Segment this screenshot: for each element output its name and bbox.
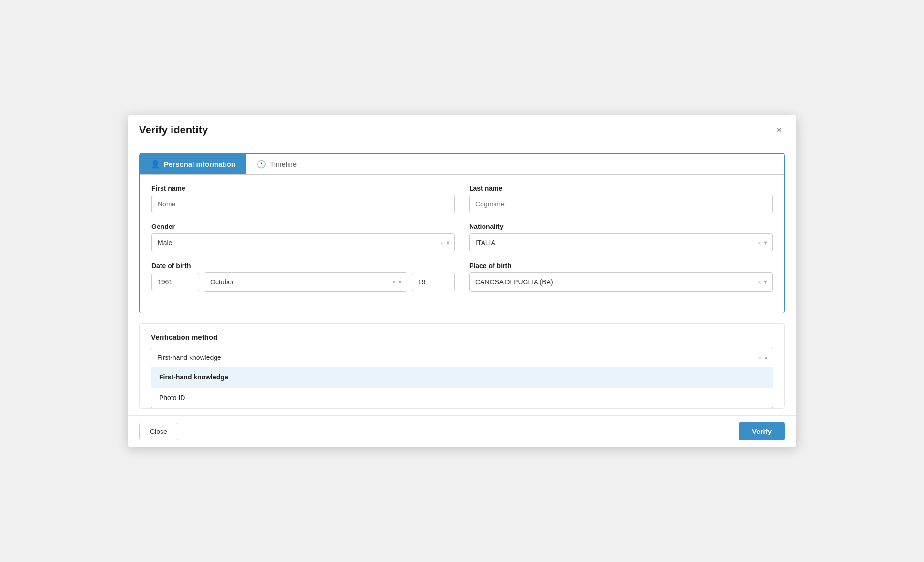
verification-dropdown-arrow-icon[interactable]: ▲ <box>763 355 769 360</box>
close-button[interactable]: Close <box>139 423 178 440</box>
gender-label: Gender <box>151 223 455 230</box>
form-section: First name Last name Gender <box>140 175 784 313</box>
modal-body: 👤 Personal information 🕐 Timeline First … <box>128 143 796 447</box>
verification-section: Verification method First-hand knowledge… <box>139 323 785 409</box>
person-icon: 👤 <box>150 160 160 169</box>
close-icon-button[interactable]: × <box>773 124 785 136</box>
verification-method-select[interactable]: First-hand knowledge × ▲ <box>151 348 773 367</box>
last-name-label: Last name <box>469 184 773 192</box>
nationality-group: Nationality ITALIA × ▼ <box>469 223 773 252</box>
gender-clear-button[interactable]: × <box>438 239 446 247</box>
modal-footer: Close Verify <box>128 415 796 447</box>
dob-inputs-row: October × ▼ <box>151 272 455 292</box>
verification-dropdown-container: First-hand knowledge × ▲ First-hand know… <box>151 348 773 408</box>
dob-group: Date of birth October × ▼ <box>151 262 455 292</box>
pob-group: Place of birth CANOSA DI PUGLIA (BA) × ▼ <box>469 262 773 292</box>
tab-personal-information[interactable]: 👤 Personal information <box>140 154 246 174</box>
nationality-label: Nationality <box>469 223 773 230</box>
last-name-group: Last name <box>469 184 773 213</box>
modal-title: Verify identity <box>139 124 208 136</box>
tab-timeline[interactable]: 🕐 Timeline <box>246 154 307 174</box>
gender-nationality-row: Gender Male × ▼ Nationality ITALIA <box>151 223 773 252</box>
first-name-group: First name <box>151 184 455 213</box>
verification-dropdown-menu: First-hand knowledge Photo ID <box>151 367 773 408</box>
nationality-select[interactable]: ITALIA × ▼ <box>469 233 773 252</box>
pob-value: CANOSA DI PUGLIA (BA) <box>475 278 756 286</box>
dob-month-value: October <box>210 278 390 286</box>
tab-personal-information-label: Personal information <box>164 160 236 168</box>
clock-icon: 🕐 <box>257 160 266 169</box>
dob-label: Date of birth <box>151 262 455 270</box>
dob-month-clear-button[interactable]: × <box>390 279 398 286</box>
verification-option-photoid[interactable]: Photo ID <box>151 388 773 408</box>
modal-header: Verify identity × <box>128 115 796 143</box>
verification-label: Verification method <box>151 333 773 341</box>
gender-group: Gender Male × ▼ <box>151 223 455 252</box>
verify-button[interactable]: Verify <box>739 422 785 440</box>
dob-month-select[interactable]: October × ▼ <box>204 272 407 292</box>
nationality-dropdown-arrow-icon[interactable]: ▼ <box>763 240 768 246</box>
first-name-label: First name <box>151 184 455 192</box>
dob-month-dropdown-arrow-icon[interactable]: ▼ <box>398 279 403 285</box>
dob-year-input[interactable] <box>151 273 199 291</box>
name-row: First name Last name <box>151 184 773 213</box>
verification-clear-button[interactable]: × <box>756 354 764 361</box>
dob-day-input[interactable] <box>412 273 455 291</box>
pob-label: Place of birth <box>469 262 773 270</box>
nationality-clear-button[interactable]: × <box>756 239 763 247</box>
gender-value: Male <box>158 239 438 247</box>
modal: Verify identity × 👤 Personal information… <box>128 115 796 447</box>
nationality-value: ITALIA <box>475 239 756 247</box>
verification-selected-value: First-hand knowledge <box>157 354 756 361</box>
tab-timeline-label: Timeline <box>270 160 297 168</box>
tabs-row: 👤 Personal information 🕐 Timeline <box>140 154 784 175</box>
pob-dropdown-arrow-icon[interactable]: ▼ <box>763 279 768 285</box>
gender-select[interactable]: Male × ▼ <box>151 233 455 252</box>
pob-select[interactable]: CANOSA DI PUGLIA (BA) × ▼ <box>469 272 773 292</box>
tabs-section: 👤 Personal information 🕐 Timeline First … <box>139 153 785 313</box>
gender-dropdown-arrow-icon[interactable]: ▼ <box>445 240 451 246</box>
modal-overlay: Verify identity × 👤 Personal information… <box>128 115 796 447</box>
last-name-input[interactable] <box>469 195 773 213</box>
pob-clear-button[interactable]: × <box>756 279 763 286</box>
dob-pob-row: Date of birth October × ▼ <box>151 262 773 292</box>
first-name-input[interactable] <box>151 195 455 213</box>
verification-option-firsthand[interactable]: First-hand knowledge <box>151 367 773 388</box>
